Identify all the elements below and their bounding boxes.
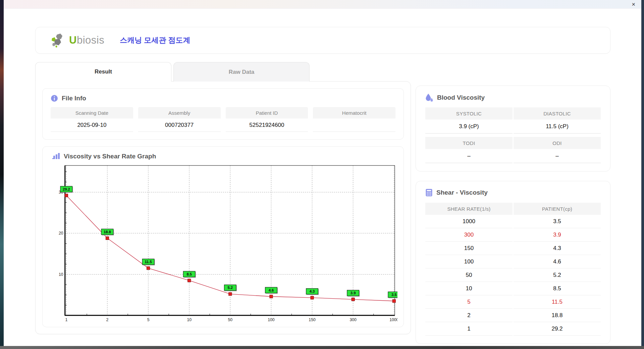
app-content: Ubiosis 스캐닝 모세관 점도계 Result Raw Data [4, 9, 641, 344]
patient-cell: 3.5 [514, 215, 601, 228]
y-tick-label: 10 [59, 272, 63, 277]
patient-cell: 29.2 [514, 322, 601, 336]
field-label: Hematocrit [313, 107, 395, 118]
file-info-field: Assembly000720377 [138, 107, 221, 132]
shear-table-body: 10003.53003.91504.31004.6505.2108.5511.5… [425, 215, 601, 336]
shear-rate-cell: 10 [425, 282, 513, 295]
viscosity-chart: 1020301251050100150300100029.218.811.58.… [52, 163, 397, 323]
file-info-field: Scanning Date2025-09-10 [51, 107, 133, 132]
point-value-label: 5.2 [228, 286, 233, 290]
left-column: Result Raw Data [35, 62, 411, 334]
file-info-card: File Info Scanning Date2025-09-10Assembl… [42, 88, 404, 140]
shear-rate-cell: 2 [425, 309, 513, 322]
point-value-label: 3.5 [391, 293, 397, 297]
table-row: 3003.9 [425, 228, 601, 242]
x-tick-label: 10 [187, 317, 192, 322]
x-tick-label: 1000 [389, 317, 397, 322]
patient-cell: 8.5 [514, 282, 601, 295]
table-row: 129.2 [425, 322, 601, 336]
tab-result[interactable]: Result [35, 62, 171, 82]
shear-rate-cell: 5 [425, 295, 513, 309]
page-title: 스캐닝 모세관 점도계 [120, 35, 190, 45]
info-icon [51, 95, 58, 102]
data-point: 18.8 [101, 229, 114, 240]
shear-viscosity-card: Shear - Viscosity SHEAR RATE(1/s) PATIEN… [416, 181, 610, 344]
tab-raw-data[interactable]: Raw Data [173, 62, 310, 82]
desktop-wallpaper-right [641, 0, 644, 349]
data-point: 11.5 [142, 259, 155, 270]
table-row: 10003.5 [425, 215, 601, 228]
point-value-label: 4.6 [269, 288, 274, 292]
desktop-wallpaper-left [0, 0, 4, 349]
file-info-field: Hematocrit [313, 107, 395, 132]
shear-viscosity-title: Shear - Viscosity [436, 189, 488, 196]
table-row: 108.5 [425, 282, 601, 295]
file-info-fields: Scanning Date2025-09-10Assembly000720377… [51, 107, 395, 132]
table-row: 505.2 [425, 268, 601, 282]
shear-rate-cell: 150 [425, 242, 513, 255]
data-point: 29.2 [60, 186, 73, 197]
field-label: Scanning Date [51, 107, 133, 118]
ubiosis-logo: Ubiosis [50, 33, 104, 48]
table-row: 511.5 [425, 295, 601, 309]
patient-cell: 3.9 [514, 228, 601, 242]
x-tick-label: 1 [65, 317, 67, 322]
field-value [313, 118, 395, 132]
field-value: 52521924600 [226, 118, 308, 132]
result-tab-panel: File Info Scanning Date2025-09-10Assembl… [35, 81, 411, 334]
x-tick-label: 150 [309, 317, 316, 322]
logo-text-rest: biosis [77, 34, 104, 46]
bv-value: – [425, 149, 513, 163]
graph-card: Viscosity vs Shear Rate Graph 1020301251… [42, 146, 404, 327]
point-value-label: 8.5 [186, 272, 192, 276]
point-value-label: 29.2 [63, 187, 70, 191]
shear-rate-cell: 1000 [425, 215, 513, 228]
data-point: 5.2 [224, 285, 237, 296]
shear-table: SHEAR RATE(1/s) PATIENT(cp) 10003.53003.… [425, 203, 601, 336]
graph-title: Viscosity vs Shear Rate Graph [64, 153, 156, 160]
x-tick-label: 300 [350, 317, 357, 322]
data-point: 8.5 [183, 271, 196, 282]
shear-table-header: SHEAR RATE(1/s) PATIENT(cp) [425, 203, 601, 215]
field-value: 2025-09-10 [51, 118, 133, 132]
bv-value: 11.5 (cP) [514, 119, 601, 134]
blood-viscosity-grid: SYSTOLICDIASTOLIC3.9 (cP)11.5 (cP)TODIOD… [425, 107, 601, 163]
droplets-icon [425, 93, 433, 102]
y-tick-label: 20 [59, 231, 63, 236]
patient-cell: 5.2 [514, 268, 601, 282]
table-row: 218.8 [425, 309, 601, 322]
file-info-title: File Info [62, 95, 86, 102]
patient-cell: 18.8 [514, 309, 601, 322]
close-icon[interactable]: × [632, 1, 635, 7]
bv-label: SYSTOLIC [425, 107, 513, 119]
x-tick-label: 50 [228, 317, 233, 322]
title-bar: × [4, 0, 641, 9]
chart-area: 1020301251050100150300100029.218.811.58.… [52, 163, 397, 323]
bv-label: TODI [425, 137, 513, 149]
x-tick-label: 5 [147, 317, 150, 322]
column-header-shear-rate: SHEAR RATE(1/s) [425, 203, 513, 215]
point-value-label: 18.8 [104, 230, 111, 234]
x-tick-label: 2 [106, 317, 109, 322]
shear-rate-cell: 100 [425, 255, 513, 268]
app-window: × Ubiosis 스캐닝 모세관 점도계 Result [4, 0, 641, 346]
patient-cell: 4.3 [514, 242, 601, 255]
logo-text: Ubiosis [69, 34, 104, 46]
header-card: Ubiosis 스캐닝 모세관 점도계 [35, 27, 610, 54]
blood-viscosity-title: Blood Viscosity [437, 94, 485, 101]
logo-cluster-icon [50, 33, 67, 48]
field-value: 000720377 [138, 118, 221, 132]
bar-chart-icon [52, 153, 60, 160]
shear-rate-cell: 50 [425, 268, 513, 282]
bv-value: – [514, 149, 601, 163]
column-header-patient: PATIENT(cp) [514, 203, 601, 215]
x-tick-label: 100 [268, 317, 275, 322]
table-row: 1004.6 [425, 255, 601, 268]
patient-cell: 11.5 [514, 295, 601, 309]
point-value-label: 11.5 [145, 260, 152, 264]
taskbar-edge [0, 346, 644, 349]
shear-rate-cell: 300 [425, 228, 513, 242]
table-row: 1504.3 [425, 242, 601, 255]
logo-text-accent: U [69, 34, 77, 46]
calculator-icon [425, 189, 433, 197]
